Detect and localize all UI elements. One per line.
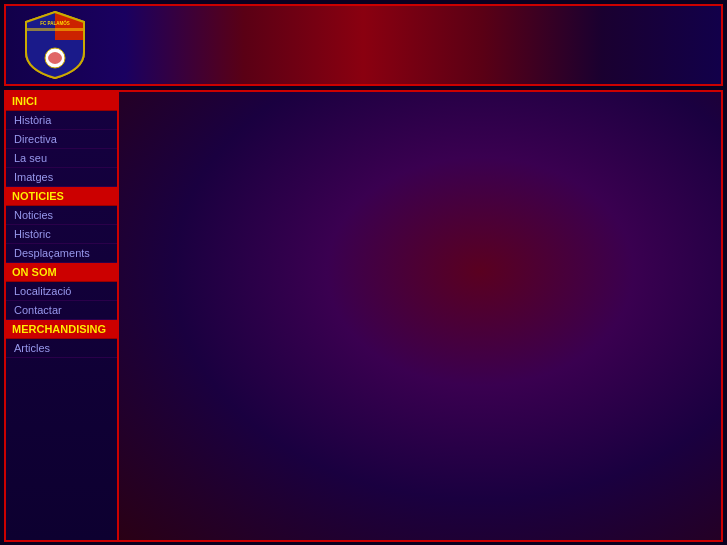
nav-header-merchandising[interactable]: MERCHANDISING: [6, 320, 117, 339]
svg-rect-0: [26, 28, 84, 31]
main-container: INICI Història Directiva La seu Imatges …: [4, 90, 723, 542]
club-logo: FC PALAMÓS: [24, 10, 86, 80]
svg-text:FC PALAMÓS: FC PALAMÓS: [40, 19, 69, 26]
nav-item-directiva[interactable]: Directiva: [6, 130, 117, 149]
nav-item-imatges[interactable]: Imatges: [6, 168, 117, 187]
nav-item-contactar[interactable]: Contactar: [6, 301, 117, 320]
logo-container: FC PALAMÓS: [16, 10, 94, 80]
nav-header-on-som[interactable]: ON SOM: [6, 263, 117, 282]
nav-item-localitzacio[interactable]: Localització: [6, 282, 117, 301]
nav-item-articles[interactable]: Articles: [6, 339, 117, 358]
sidebar: INICI Història Directiva La seu Imatges …: [6, 92, 119, 540]
nav-header-inici[interactable]: INICI: [6, 92, 117, 111]
nav-item-historia[interactable]: Història: [6, 111, 117, 130]
header: FC PALAMÓS: [4, 4, 723, 86]
nav-item-historic[interactable]: Històric: [6, 225, 117, 244]
nav-header-noticies[interactable]: NOTICIES: [6, 187, 117, 206]
nav-item-desplacaments[interactable]: Desplaçaments: [6, 244, 117, 263]
nav-item-la-seu[interactable]: La seu: [6, 149, 117, 168]
content-area: [119, 92, 721, 540]
nav-item-noticies[interactable]: Noticies: [6, 206, 117, 225]
